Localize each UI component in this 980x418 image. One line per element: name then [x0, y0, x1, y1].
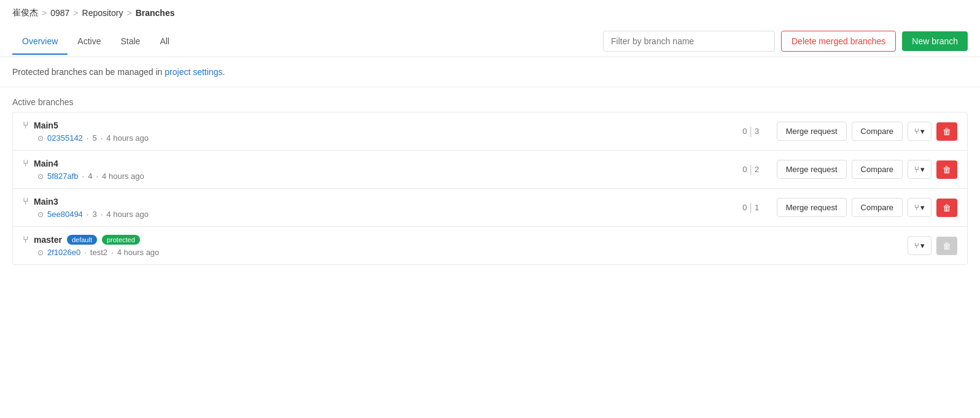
commit-icon-main4: ⊙	[37, 172, 44, 181]
trash-icon-master: 🗑	[943, 241, 951, 251]
cherry-pick-button-main5[interactable]: ⑂ ▾	[908, 122, 931, 141]
section-title: Active branches	[12, 87, 968, 112]
branch-meta-main5: ⊙ 02355142 · 5 · 4 hours ago	[37, 133, 725, 143]
branch-name-row-main3: ⑂ Main3	[23, 196, 725, 207]
badge-default-master: default	[67, 235, 97, 245]
branch-icon-main3: ⑂	[23, 196, 29, 207]
tab-active[interactable]: Active	[68, 29, 111, 55]
time-ago-main3: 4 hours ago	[106, 210, 149, 219]
branch-info-main3: ⑂ Main3 ⊙ 5ee80494 · 3 · 4 hours ago	[23, 196, 725, 219]
filter-input[interactable]	[603, 31, 775, 52]
dropdown-arrow-main4: ▾	[920, 165, 925, 174]
delete-merged-button[interactable]: Delete merged branches	[781, 31, 896, 52]
info-text-end: .	[222, 67, 225, 77]
breadcrumb-sep2: >	[73, 8, 78, 18]
merge-request-button-main5[interactable]: Merge request	[777, 122, 847, 141]
new-branch-button[interactable]: New branch	[902, 31, 968, 51]
info-text: Protected branches can be managed in	[12, 67, 165, 77]
tabs-container: Overview Active Stale All	[12, 29, 179, 54]
branch-info-main5: ⑂ Main5 ⊙ 02355142 · 5 · 4 hours ago	[23, 120, 725, 143]
cherry-icon-main4: ⑂	[914, 165, 919, 174]
author-master: test2	[90, 248, 107, 257]
toolbar: Delete merged branches New branch	[603, 26, 968, 57]
cherry-icon-master: ⑂	[914, 241, 919, 250]
commit-hash-main5[interactable]: 02355142	[47, 133, 83, 143]
branch-stats-main4: 0 | 2	[733, 163, 769, 176]
cherry-icon-main3: ⑂	[914, 203, 919, 212]
behind-main5: 0	[742, 127, 747, 136]
meta-dot-2-main3: ·	[101, 210, 103, 219]
delete-button-main5[interactable]: 🗑	[936, 122, 957, 141]
meta-dot-2-main4: ·	[96, 172, 98, 181]
commit-icon-main5: ⊙	[37, 134, 44, 143]
meta-dot-1: ·	[87, 133, 89, 143]
branch-icon-main5: ⑂	[23, 120, 29, 131]
behind-main3: 0	[742, 203, 747, 212]
cherry-pick-button-main4[interactable]: ⑂ ▾	[908, 160, 931, 179]
branch-name-main3: Main3	[34, 197, 58, 207]
branch-info-main4: ⑂ Main4 ⊙ 5f827afb · 4 · 4 hours ago	[23, 158, 725, 181]
merge-request-button-main3[interactable]: Merge request	[777, 198, 847, 217]
commit-icon-master: ⊙	[37, 248, 44, 257]
time-ago-master: 4 hours ago	[117, 248, 160, 257]
commit-hash-master[interactable]: 2f1026e0	[47, 248, 80, 257]
breadcrumb-user[interactable]: 崔俊杰	[12, 7, 38, 18]
delete-button-master[interactable]: 🗑	[936, 237, 957, 255]
breadcrumb-current: Branches	[136, 8, 175, 18]
commit-hash-main4[interactable]: 5f827afb	[47, 172, 79, 181]
branch-stats-main5: 0 | 3	[733, 125, 769, 138]
active-branches-section: Active branches ⑂ Main5 ⊙ 02355142 · 5 ·…	[0, 87, 980, 265]
commit-count-main5: 5	[92, 133, 96, 143]
project-settings-link[interactable]: project settings	[165, 67, 222, 77]
stats-divider-main4: |	[749, 163, 752, 176]
tab-all[interactable]: All	[150, 29, 179, 55]
breadcrumb-section[interactable]: Repository	[82, 8, 123, 18]
merge-request-button-main4[interactable]: Merge request	[777, 160, 847, 179]
dropdown-arrow-main5: ▾	[920, 127, 925, 136]
delete-button-main4[interactable]: 🗑	[936, 160, 957, 179]
badge-protected-master: protected	[102, 235, 140, 245]
table-row: ⑂ Main4 ⊙ 5f827afb · 4 · 4 hours ago 0 |…	[13, 151, 967, 189]
breadcrumb-repo[interactable]: 0987	[50, 8, 69, 18]
tab-overview[interactable]: Overview	[12, 29, 68, 55]
info-bar: Protected branches can be managed in pro…	[0, 57, 980, 87]
branch-actions-main5: Merge request Compare ⑂ ▾ 🗑	[777, 122, 957, 141]
ahead-main3: 1	[755, 203, 759, 212]
cherry-icon-main5: ⑂	[914, 127, 919, 136]
table-row: ⑂ master default protected ⊙ 2f1026e0 · …	[13, 227, 967, 264]
compare-button-main5[interactable]: Compare	[852, 122, 903, 141]
meta-dot-2: ·	[101, 133, 103, 143]
breadcrumb-sep3: >	[126, 8, 131, 18]
trash-icon-main3: 🗑	[943, 203, 951, 213]
branch-name-row-main5: ⑂ Main5	[23, 120, 725, 131]
dropdown-arrow-main3: ▾	[920, 203, 925, 212]
branch-name-master: master	[34, 235, 62, 245]
commit-count-main3: 3	[92, 210, 96, 219]
stats-divider-main5: |	[749, 125, 752, 138]
branch-actions-main3: Merge request Compare ⑂ ▾ 🗑	[777, 198, 957, 217]
tab-stale[interactable]: Stale	[111, 29, 150, 55]
cherry-pick-button-main3[interactable]: ⑂ ▾	[908, 198, 931, 217]
ahead-main4: 2	[755, 165, 759, 174]
branch-meta-main3: ⊙ 5ee80494 · 3 · 4 hours ago	[37, 210, 725, 219]
branch-list: ⑂ Main5 ⊙ 02355142 · 5 · 4 hours ago 0 |…	[12, 112, 968, 265]
compare-button-main4[interactable]: Compare	[852, 160, 903, 179]
dropdown-arrow-master: ▾	[920, 241, 925, 250]
commit-hash-main3[interactable]: 5ee80494	[47, 210, 83, 219]
cherry-pick-button-master[interactable]: ⑂ ▾	[908, 236, 931, 255]
trash-icon-main4: 🗑	[943, 165, 951, 175]
branch-meta-main4: ⊙ 5f827afb · 4 · 4 hours ago	[37, 172, 725, 181]
branch-name-row-master: ⑂ master default protected	[23, 234, 856, 245]
compare-button-main3[interactable]: Compare	[852, 198, 903, 217]
time-ago-main5: 4 hours ago	[106, 133, 149, 143]
branch-icon-master: ⑂	[23, 234, 29, 245]
branch-stats-main3: 0 | 1	[733, 201, 769, 214]
branch-meta-master: ⊙ 2f1026e0 · test2 · 4 hours ago	[37, 248, 856, 257]
meta-dot-2-master: ·	[111, 248, 114, 257]
branch-name-row-main4: ⑂ Main4	[23, 158, 725, 169]
delete-button-main3[interactable]: 🗑	[936, 199, 957, 217]
meta-dot-1-main4: ·	[82, 172, 85, 181]
ahead-main5: 3	[755, 127, 759, 136]
branch-name-main5: Main5	[34, 120, 58, 130]
commit-count-main4: 4	[88, 172, 92, 181]
